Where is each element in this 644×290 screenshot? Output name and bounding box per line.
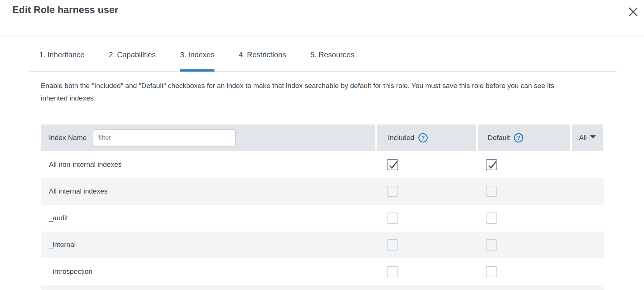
header-divider <box>0 35 644 35</box>
table-row: _internal <box>41 232 604 258</box>
page-title: Edit Role harness user <box>12 4 118 16</box>
included-header-cell: Included ? <box>377 124 476 151</box>
default-help-icon[interactable]: ? <box>514 133 523 143</box>
table-row: All internal indexes <box>41 178 604 205</box>
indexes-table: Index Name Included ? Default ? All All … <box>41 124 604 290</box>
tab-capabilities[interactable]: 2. Capabilities <box>109 50 156 72</box>
index-name: _audit <box>49 205 68 232</box>
table-row: _audit <box>41 205 604 232</box>
tab-bar: 1. Inheritance 2. Capabilities 3. Indexe… <box>39 50 354 72</box>
tab-restrictions[interactable]: 4. Restrictions <box>239 50 286 72</box>
filter-input[interactable] <box>93 129 236 147</box>
tab-indexes[interactable]: 3. Indexes <box>180 50 214 72</box>
tab-resources[interactable]: 5. Resources <box>310 50 354 72</box>
all-dropdown[interactable]: All <box>572 124 603 151</box>
default-checkbox[interactable] <box>486 186 497 197</box>
included-header-label: Included <box>388 134 414 142</box>
included-help-icon[interactable]: ? <box>418 133 428 143</box>
included-checkbox[interactable] <box>387 213 398 224</box>
edit-role-dialog: Edit Role harness user 1. Inheritance 2.… <box>0 0 644 290</box>
table-header-row: Index Name Included ? Default ? All <box>41 124 604 151</box>
close-button[interactable] <box>626 5 640 19</box>
close-icon <box>628 7 638 16</box>
check-icon <box>486 159 498 171</box>
description-text: Enable both the "Included" and "Default"… <box>41 80 579 105</box>
index-name: _internal <box>49 232 76 258</box>
index-name-header-label: Index Name <box>49 134 87 142</box>
chevron-down-icon <box>590 135 596 139</box>
index-name: All non-internal indexes <box>49 151 122 178</box>
table-row-partial <box>41 285 604 290</box>
tab-inheritance[interactable]: 1. Inheritance <box>39 50 84 72</box>
index-name-header-cell: Index Name <box>41 124 375 151</box>
table-row: _introspection <box>41 258 604 285</box>
check-icon <box>387 159 399 171</box>
table-row: All non-internal indexes <box>41 151 604 178</box>
index-name: All internal indexes <box>49 178 108 205</box>
default-checkbox[interactable] <box>486 213 497 224</box>
included-checkbox[interactable] <box>387 266 398 277</box>
default-checkbox[interactable] <box>486 159 497 170</box>
default-header-label: Default <box>488 134 510 142</box>
included-checkbox[interactable] <box>387 186 398 197</box>
index-name: _introspection <box>49 258 92 285</box>
default-checkbox[interactable] <box>486 266 497 277</box>
default-checkbox[interactable] <box>486 239 497 250</box>
all-dropdown-label: All <box>579 134 587 142</box>
default-header-cell: Default ? <box>478 124 570 151</box>
included-checkbox[interactable] <box>387 159 398 170</box>
included-checkbox[interactable] <box>387 239 398 250</box>
